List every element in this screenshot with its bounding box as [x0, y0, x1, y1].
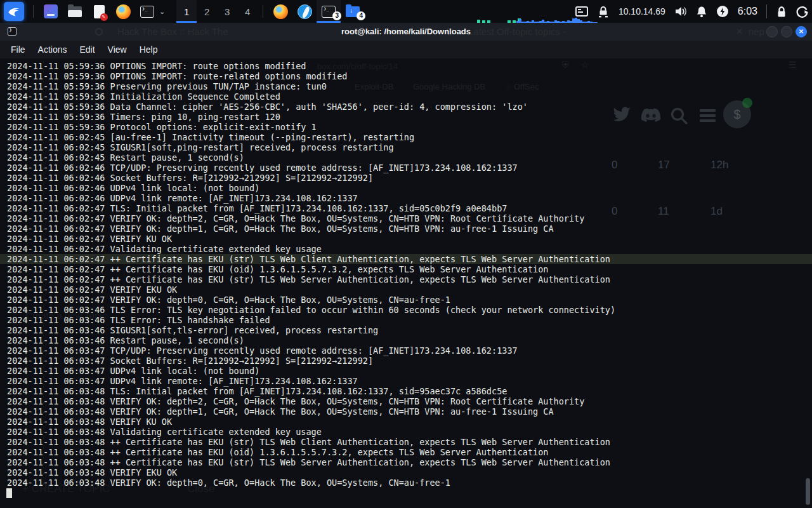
panel-left-cluster: ⌄ 1234 3 4 — [0, 0, 365, 23]
window-count-badge: 4 — [357, 11, 365, 20]
workspace-button-4[interactable]: 4 — [237, 0, 258, 23]
minimize-button[interactable] — [766, 26, 778, 37]
terminal-scrollbar[interactable] — [806, 478, 810, 505]
terminal-log-line: 2024-11-11 06:03:47 UDPv4 link remote: [… — [0, 376, 812, 386]
bell-icon[interactable] — [696, 6, 707, 18]
terminal-log-line: 2024-11-11 05:59:36 Preserving previous … — [0, 81, 812, 91]
terminal-log-line: 2024-11-11 05:59:36 Protocol options: ex… — [0, 122, 812, 132]
task-downloads[interactable]: 4 — [341, 0, 365, 23]
terminal-log-line: 2024-11-11 06:03:47 TCP/UDP: Preserving … — [0, 345, 812, 356]
menu-actions[interactable]: Actions — [32, 43, 74, 57]
terminal-output-area[interactable]: box.com/c/off-topic/14 ⛨ ☆ ☰ Exploit-DB … — [0, 58, 812, 508]
workspace-button-2[interactable]: 2 — [197, 0, 217, 23]
power-manager-icon[interactable] — [716, 5, 729, 18]
tray-separator — [766, 4, 767, 18]
screen-icon[interactable] — [575, 6, 588, 17]
panel-separator — [33, 5, 34, 18]
terminal-log-line: 2024-11-11 06:02:46 TCP/UDP: Preserving … — [0, 163, 812, 173]
terminal-log-line: 2024-11-11 05:59:36 Data Channel: cipher… — [0, 102, 812, 112]
vpn-lock-icon[interactable] — [597, 5, 610, 18]
text-editor-icon — [94, 5, 105, 18]
terminal-cursor — [6, 488, 12, 498]
window-title: root@kali: /home/kali/Downloads — [0, 23, 812, 41]
terminal-log-line: 2024-11-11 06:03:46 TLS Error: TLS hands… — [0, 315, 812, 325]
kali-dragon-icon — [7, 4, 21, 18]
terminal-log-line: 2024-11-11 06:02:47 Validating certifica… — [0, 244, 812, 254]
terminal-log-line: 2024-11-11 06:03:47 Socket Buffers: R=[2… — [0, 356, 812, 366]
browser-blue-icon — [298, 4, 312, 19]
terminal-log-line: 2024-11-11 06:02:45 [au-free-1] Inactivi… — [0, 132, 812, 142]
terminal-log-line: 2024-11-11 06:02:47 VERIFY EKU OK — [0, 284, 812, 295]
kali-menu-button[interactable] — [4, 2, 24, 21]
terminal-log-line: 2024-11-11 06:02:47 VERIFY OK: depth=1, … — [0, 224, 812, 234]
task-terminal[interactable]: 3 — [317, 0, 341, 23]
terminal-log-line: 2024-11-11 06:02:47 ++ Certificate has E… — [0, 264, 812, 274]
terminal-log-line: 2024-11-11 06:03:48 TLS: Initial packet … — [0, 386, 812, 396]
terminal-log-line: 2024-11-11 06:03:48 VERIFY OK: depth=2, … — [0, 396, 812, 406]
terminal-log: 2024-11-11 05:59:36 OPTIONS IMPORT: rout… — [0, 61, 812, 488]
cpu-block — [482, 20, 485, 23]
window-titlebar[interactable]: Hack The Box :: Hack The ✕ Latest Off-to… — [0, 23, 812, 41]
close-button[interactable]: ✕ — [796, 26, 807, 37]
terminal-log-line: 2024-11-11 06:03:48 ++ Certificate has E… — [0, 447, 812, 457]
terminal-log-line: 2024-11-11 06:02:46 Socket Buffers: R=[2… — [0, 173, 812, 183]
menu-bar: FileActionsEditViewHelp — [0, 41, 812, 58]
cpu-block — [477, 20, 480, 23]
launcher-file-manager[interactable] — [43, 3, 59, 20]
cpu-block — [513, 20, 516, 23]
vpn-ip-address[interactable]: 10.10.14.69 — [619, 6, 665, 17]
terminal-log-line: 2024-11-11 06:02:47 VERIFY OK: depth=0, … — [0, 295, 812, 305]
cpu-block — [508, 20, 511, 23]
terminal-log-line: 2024-11-11 05:59:36 Timers: ping 10, pin… — [0, 112, 812, 122]
file-manager-icon — [44, 4, 58, 18]
menu-view[interactable]: View — [102, 43, 133, 57]
maximize-button[interactable] — [781, 26, 792, 37]
terminal-log-line: 2024-11-11 06:02:47 VERIFY KU OK — [0, 234, 812, 244]
logout-icon[interactable] — [796, 6, 808, 18]
system-tray: 10.10.14.69 6:03 — [575, 0, 808, 23]
terminal-log-line: 2024-11-11 06:03:48 VERIFY OK: depth=0, … — [0, 478, 812, 488]
panel-separator — [263, 5, 263, 18]
terminal-log-line: 2024-11-11 06:02:46 UDPv4 link local: (n… — [0, 183, 812, 193]
folder-icon — [68, 6, 82, 17]
terminal-window: Hack The Box :: Hack The ✕ Latest Off-to… — [0, 23, 812, 508]
terminal-log-line: 2024-11-11 06:03:46 TLS Error: TLS key n… — [0, 305, 812, 315]
clock[interactable]: 6:03 — [738, 6, 757, 17]
terminal-log-line: 2024-11-11 06:03:48 VERIFY EKU OK — [0, 467, 812, 478]
window-controls: ✕ — [766, 26, 807, 37]
terminal-log-line: 2024-11-11 06:03:48 Validating certifica… — [0, 427, 812, 437]
window-count-badge: 3 — [332, 11, 341, 20]
terminal-log-line: 2024-11-11 06:02:47 TLS: Initial packet … — [0, 203, 812, 213]
terminal-log-line: 2024-11-11 06:02:47 ++ Certificate has E… — [0, 254, 812, 264]
task-firefox[interactable] — [268, 0, 292, 23]
terminal-log-line: 2024-11-11 05:59:36 Initialization Seque… — [0, 91, 812, 102]
menu-file[interactable]: File — [4, 43, 32, 57]
terminal-log-line: 2024-11-11 06:03:48 VERIFY KU OK — [0, 417, 812, 427]
terminal-icon — [140, 6, 154, 18]
terminal-log-line: 2024-11-11 06:02:46 UDPv4 link remote: [… — [0, 193, 812, 203]
workspace-button-3[interactable]: 3 — [217, 0, 237, 23]
firefox-icon — [116, 4, 131, 19]
workspace-button-1[interactable]: 1 — [176, 0, 197, 23]
volume-icon[interactable] — [674, 6, 687, 17]
menu-edit[interactable]: Edit — [73, 43, 101, 57]
taskbar: 3 4 — [268, 0, 365, 23]
terminal-log-line: 2024-11-11 06:03:48 ++ Certificate has E… — [0, 457, 812, 467]
terminal-log-line: 2024-11-11 05:59:36 OPTIONS IMPORT: rout… — [0, 61, 812, 71]
terminal-log-line: 2024-11-11 06:03:46 Restart pause, 1 sec… — [0, 335, 812, 345]
launcher-folder[interactable] — [67, 3, 83, 20]
launcher-terminal[interactable] — [139, 3, 155, 20]
menu-help[interactable]: Help — [133, 43, 164, 57]
launcher-text-editor[interactable] — [91, 3, 107, 20]
lock-icon[interactable] — [776, 6, 787, 18]
desktop: ⌄ 1234 3 4 10.10.14.69 — [0, 0, 812, 508]
terminal-log-line: 2024-11-11 05:59:36 OPTIONS IMPORT: rout… — [0, 71, 812, 81]
chevron-down-icon[interactable]: ⌄ — [159, 8, 165, 16]
firefox-icon — [273, 4, 288, 19]
terminal-log-line: 2024-11-11 06:02:47 ++ Certificate has E… — [0, 274, 812, 284]
workspace-switcher: 1234 — [176, 0, 258, 23]
terminal-log-line: 2024-11-11 06:03:47 UDPv4 link local: (n… — [0, 366, 812, 376]
task-browser-blue[interactable] — [292, 0, 317, 23]
terminal-log-line: 2024-11-11 06:02:45 SIGUSR1[soft,ping-re… — [0, 142, 812, 152]
launcher-firefox[interactable] — [115, 3, 131, 20]
